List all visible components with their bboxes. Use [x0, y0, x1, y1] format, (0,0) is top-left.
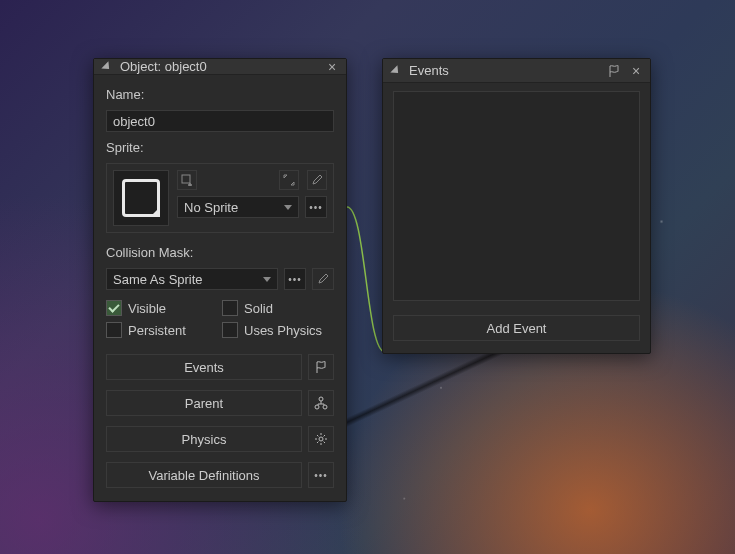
- checkbox-label: Uses Physics: [244, 323, 322, 338]
- persistent-checkbox[interactable]: Persistent: [106, 322, 218, 338]
- variable-definitions-button[interactable]: Variable Definitions: [106, 462, 302, 488]
- svg-point-1: [319, 397, 323, 401]
- sprite-select[interactable]: No Sprite: [177, 196, 299, 218]
- checkbox-label: Visible: [128, 301, 166, 316]
- gear-icon: [314, 432, 328, 446]
- close-icon[interactable]: ×: [628, 64, 644, 78]
- more-icon: •••: [314, 470, 328, 481]
- events-button[interactable]: Events: [106, 354, 302, 380]
- expand-icon: [283, 174, 295, 186]
- svg-point-4: [319, 437, 323, 441]
- parent-icon-button[interactable]: [308, 390, 334, 416]
- events-panel-titlebar[interactable]: Events ×: [383, 59, 650, 83]
- object-panel-titlebar[interactable]: Object: object0 ×: [94, 59, 346, 75]
- flag-icon: [314, 360, 328, 374]
- physics-icon-button[interactable]: [308, 426, 334, 452]
- svg-rect-0: [182, 175, 190, 183]
- variable-definitions-more-button[interactable]: •••: [308, 462, 334, 488]
- sprite-more-button[interactable]: •••: [305, 196, 327, 218]
- collision-mask-value: Same As Sprite: [113, 272, 203, 287]
- flag-icon: [607, 64, 621, 78]
- parent-button[interactable]: Parent: [106, 390, 302, 416]
- checkbox-label: Solid: [244, 301, 273, 316]
- edit-sprite-button[interactable]: [307, 170, 327, 190]
- name-label: Name:: [106, 87, 334, 102]
- events-list-empty[interactable]: [393, 91, 640, 301]
- checkbox-box: [106, 300, 122, 316]
- object-panel: Object: object0 × Name: Sprite:: [93, 58, 347, 502]
- edit-mask-button[interactable]: [312, 268, 334, 290]
- checkbox-box: [222, 300, 238, 316]
- collapse-arrow-icon[interactable]: [390, 65, 401, 76]
- physics-button[interactable]: Physics: [106, 426, 302, 452]
- svg-point-3: [323, 405, 327, 409]
- sprite-preview[interactable]: [113, 170, 169, 226]
- close-icon[interactable]: ×: [324, 60, 340, 74]
- new-sprite-icon: [181, 174, 193, 186]
- chevron-down-icon: [263, 277, 271, 282]
- panel-title: Object: object0: [120, 59, 316, 74]
- sprite-placeholder-icon: [122, 179, 160, 217]
- svg-point-2: [315, 405, 319, 409]
- collision-mask-label: Collision Mask:: [106, 245, 334, 260]
- checkbox-box: [106, 322, 122, 338]
- events-flag-icon[interactable]: [606, 63, 622, 79]
- pencil-icon: [311, 174, 323, 186]
- events-panel: Events × Add Event: [382, 58, 651, 354]
- sprite-label: Sprite:: [106, 140, 334, 155]
- name-input[interactable]: [106, 110, 334, 132]
- panel-title: Events: [409, 63, 598, 78]
- uses-physics-checkbox[interactable]: Uses Physics: [222, 322, 334, 338]
- chevron-down-icon: [284, 205, 292, 210]
- connection-wire: [346, 202, 386, 362]
- collapse-arrow-icon[interactable]: [101, 61, 112, 72]
- sprite-select-value: No Sprite: [184, 200, 238, 215]
- hierarchy-icon: [314, 396, 328, 410]
- events-icon-button[interactable]: [308, 354, 334, 380]
- collision-mask-more-button[interactable]: •••: [284, 268, 306, 290]
- checkbox-box: [222, 322, 238, 338]
- sprite-select-button[interactable]: [279, 170, 299, 190]
- checkbox-label: Persistent: [128, 323, 186, 338]
- new-sprite-button[interactable]: [177, 170, 197, 190]
- solid-checkbox[interactable]: Solid: [222, 300, 334, 316]
- visible-checkbox[interactable]: Visible: [106, 300, 218, 316]
- collision-mask-select[interactable]: Same As Sprite: [106, 268, 278, 290]
- sprite-section: No Sprite •••: [106, 163, 334, 233]
- add-event-button[interactable]: Add Event: [393, 315, 640, 341]
- pencil-icon: [317, 273, 329, 285]
